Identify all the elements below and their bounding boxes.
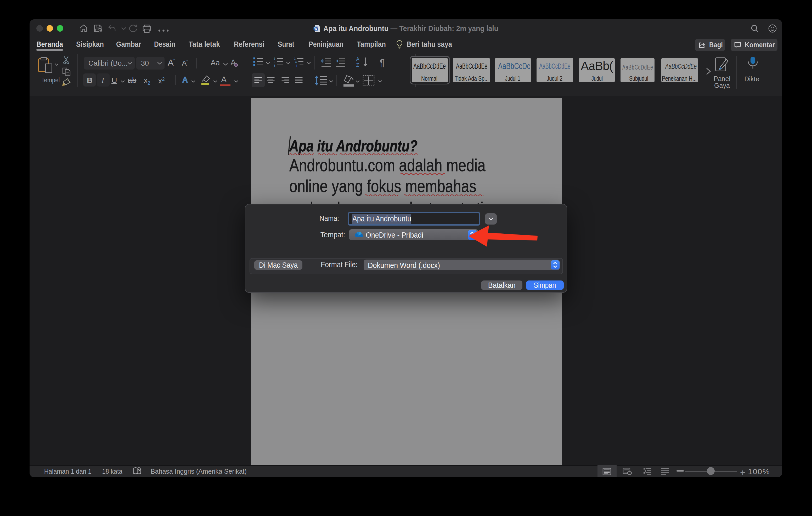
svg-text:2: 2 xyxy=(273,61,275,63)
svg-text:W: W xyxy=(314,27,318,31)
svg-text:a: a xyxy=(295,61,297,63)
svg-text:A: A xyxy=(356,57,360,62)
svg-text:Z: Z xyxy=(356,62,359,67)
svg-text:1: 1 xyxy=(273,57,275,60)
svg-text:1: 1 xyxy=(294,57,296,60)
svg-text:i: i xyxy=(296,64,297,67)
svg-text:3: 3 xyxy=(273,64,275,67)
